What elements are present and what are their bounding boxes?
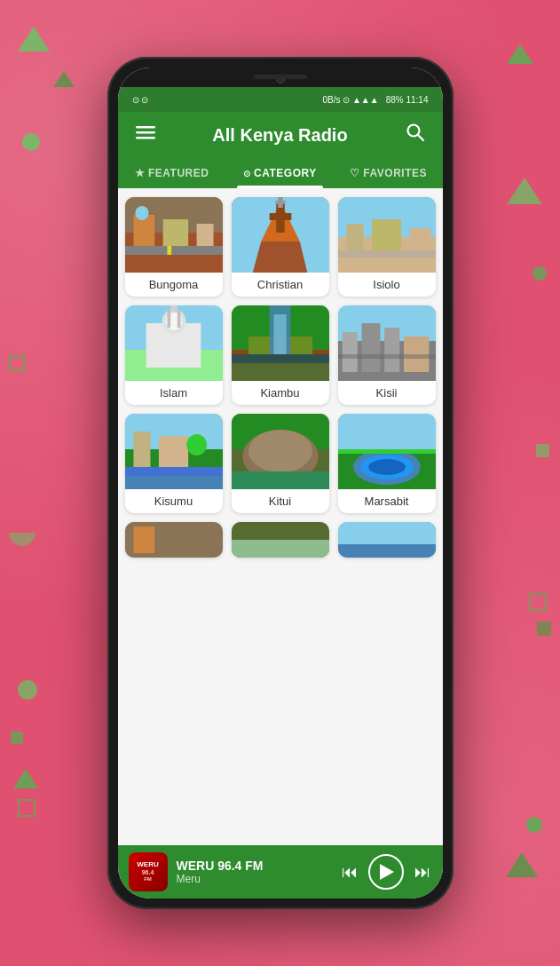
list-item[interactable]: Kisii: [338, 305, 436, 405]
svg-rect-55: [125, 467, 223, 476]
svg-point-54: [186, 434, 207, 455]
svg-rect-2: [136, 137, 155, 139]
kisii-image: [338, 305, 436, 381]
tab-featured-label: FEATURED: [148, 167, 209, 179]
list-item[interactable]: [232, 522, 329, 558]
list-item[interactable]: Marsabit: [338, 414, 436, 513]
bungoma-label: Bungoma: [125, 273, 223, 297]
play-button[interactable]: [368, 854, 404, 890]
islam-label: Islam: [125, 381, 223, 405]
islam-image: [125, 305, 223, 381]
player-station-name: WERU 96.4 FM: [177, 859, 331, 873]
svg-rect-0: [136, 126, 155, 129]
list-item[interactable]: Kitui: [232, 414, 329, 513]
player-thumb-image: WERU 96.4 FM: [129, 852, 168, 891]
svg-rect-60: [232, 471, 329, 489]
svg-point-65: [368, 459, 406, 475]
svg-rect-32: [167, 310, 170, 328]
kiambu-image: [232, 305, 329, 381]
phone-device: ⊙ ⊙ 0B/s ⊙ ▲▲▲ 88% 11:14 All Kenya Radio: [107, 57, 454, 909]
svg-rect-72: [338, 544, 436, 558]
svg-rect-53: [158, 436, 187, 467]
svg-rect-34: [170, 305, 177, 313]
partial1-image: [125, 522, 223, 558]
player-thumbnail: WERU 96.4 FM: [129, 852, 168, 891]
player-controls: ⏮ ⏭: [340, 854, 432, 890]
header: All Kenya Radio: [118, 112, 443, 158]
status-app-icons: ⊙ ⊙: [132, 95, 149, 105]
svg-rect-70: [232, 540, 329, 558]
partial3-image: [338, 522, 436, 558]
marsabit-image: [338, 414, 436, 489]
christian-image: [232, 197, 329, 273]
svg-rect-10: [125, 246, 223, 255]
next-button[interactable]: ⏭: [413, 861, 432, 883]
isiolo-label: Isiolo: [338, 273, 436, 297]
search-icon[interactable]: [402, 123, 429, 147]
svg-rect-52: [133, 432, 150, 467]
data-speed: 0B/s ⊙ ▲▲▲: [322, 95, 378, 105]
svg-rect-23: [346, 224, 363, 250]
christian-label: Christian: [232, 273, 329, 297]
svg-rect-44: [342, 332, 357, 372]
marsabit-label: Marsabit: [338, 489, 436, 513]
svg-rect-66: [338, 449, 436, 454]
svg-line-4: [418, 135, 423, 140]
isiolo-image: [338, 197, 436, 273]
svg-rect-25: [409, 228, 430, 250]
tab-bar: ★ FEATURED ⊙ CATEGORY ♡ FAVORITES: [118, 158, 443, 188]
svg-rect-20: [275, 201, 285, 204]
kisumu-label: Kisumu: [125, 489, 223, 513]
list-item[interactable]: [338, 522, 436, 558]
prev-button[interactable]: ⏮: [340, 861, 359, 883]
camera-area: [118, 67, 443, 87]
svg-marker-15: [252, 242, 307, 273]
list-item[interactable]: [125, 522, 223, 558]
play-icon: [380, 864, 394, 880]
partial2-image: [232, 522, 329, 558]
tab-featured[interactable]: ★ FEATURED: [118, 158, 226, 188]
kitui-image: [232, 414, 329, 489]
svg-rect-46: [384, 328, 399, 372]
featured-icon: ★: [135, 167, 148, 179]
status-right: 0B/s ⊙ ▲▲▲ 88% 11:14: [322, 95, 428, 105]
player-info: WERU 96.4 FM Meru: [177, 859, 331, 885]
kisii-label: Kisii: [338, 381, 436, 405]
list-item[interactable]: Isiolo: [338, 197, 436, 297]
list-item[interactable]: Bungoma: [125, 197, 223, 297]
phone-screen: ⊙ ⊙ 0B/s ⊙ ▲▲▲ 88% 11:14 All Kenya Radio: [118, 67, 443, 899]
tab-favorites-label: FAVORITES: [363, 167, 427, 179]
bottom-player: WERU 96.4 FM WERU 96.4 FM Meru ⏮ ⏭: [118, 845, 443, 899]
svg-rect-24: [371, 219, 400, 250]
battery: 88% 11:14: [386, 95, 429, 105]
app-title: All Kenya Radio: [159, 125, 402, 146]
svg-rect-33: [177, 310, 180, 328]
list-item[interactable]: Islam: [125, 305, 223, 405]
kisumu-image: [125, 414, 223, 489]
svg-rect-1: [136, 131, 155, 134]
kitui-label: Kitui: [232, 489, 329, 513]
bungoma-image: [125, 197, 223, 273]
tab-favorites[interactable]: ♡ FAVORITES: [335, 158, 443, 188]
svg-rect-17: [269, 213, 291, 220]
category-icon: ⊙: [243, 169, 254, 178]
speaker-bar: [254, 75, 307, 79]
category-grid: Bungoma: [125, 197, 436, 558]
list-item[interactable]: Kiambu: [232, 305, 329, 405]
list-item[interactable]: Christian: [232, 197, 329, 297]
tab-category-label: CATEGORY: [254, 167, 317, 179]
svg-point-12: [135, 206, 148, 220]
hamburger-menu-icon[interactable]: [132, 123, 159, 147]
favorites-icon: ♡: [350, 167, 363, 179]
tab-category[interactable]: ⊙ CATEGORY: [226, 158, 335, 188]
svg-rect-48: [338, 354, 436, 359]
svg-point-59: [248, 430, 312, 472]
status-bar: ⊙ ⊙ 0B/s ⊙ ▲▲▲ 88% 11:14: [118, 87, 443, 112]
status-icons: ⊙ ⊙: [132, 95, 149, 105]
svg-rect-45: [361, 323, 380, 372]
svg-rect-26: [338, 250, 436, 257]
category-grid-container: Bungoma: [118, 188, 443, 845]
list-item[interactable]: Kisumu: [125, 414, 223, 513]
svg-rect-68: [133, 527, 154, 553]
svg-rect-11: [167, 246, 171, 255]
